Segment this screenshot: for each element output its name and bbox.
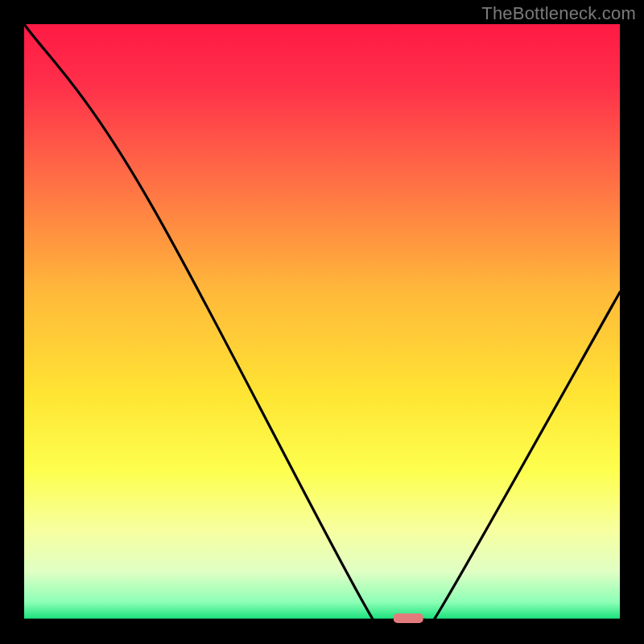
plot-background: [24, 24, 620, 620]
chart-frame: TheBottleneck.com: [0, 0, 644, 644]
watermark-text: TheBottleneck.com: [481, 3, 636, 24]
optimal-marker: [394, 613, 423, 623]
bottleneck-chart: [0, 0, 644, 644]
